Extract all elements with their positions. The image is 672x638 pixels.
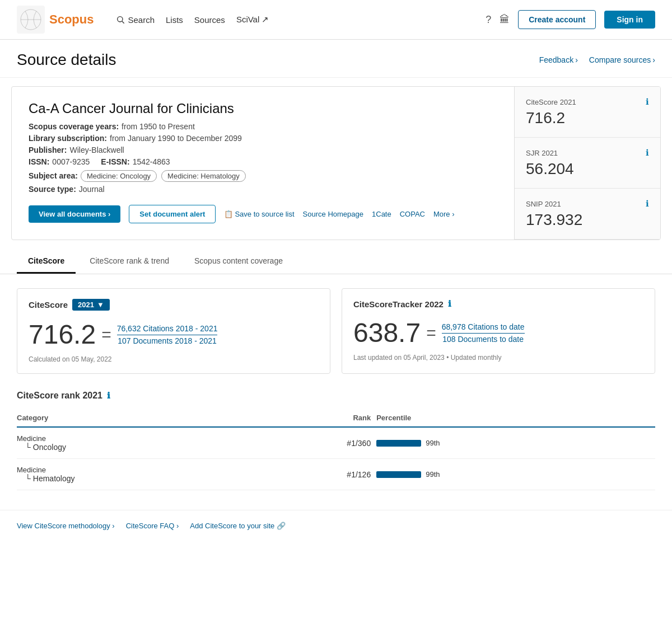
institution-icon[interactable]: 🏛 [500,14,510,26]
citescore-content: CiteScore 2021 ▼ 716.2 = 76,632 Citation… [0,274,672,504]
issn-label: ISSN: [29,157,49,166]
tracker-panel: CiteScoreTracker 2022 ℹ 638.7 = 68,978 C… [342,288,655,374]
save-to-list-link[interactable]: 📋 Save to source list [224,210,294,218]
citescore-value: 716.2 [526,109,649,127]
cs-note: Calculated on 05 May, 2022 [29,355,319,363]
percentile-cell-0: 99th [376,427,655,459]
tracker-info-icon[interactable]: ℹ [448,299,451,309]
sjr-value: 56.204 [526,160,649,178]
nav-links: Search Lists Sources SciVal ↗ [116,15,474,25]
more-link[interactable]: More › [433,210,455,218]
save-icon: 📋 [224,210,233,218]
create-account-button[interactable]: Create account [518,10,596,29]
set-alert-button[interactable]: Set document alert [129,205,216,223]
logo-text[interactable]: Scopus [49,12,94,27]
methodology-link[interactable]: View CiteScore methodology › [17,522,115,530]
publisher-value: Wiley-Blackwell [69,146,124,154]
subscription-row: Library subscription: from January 1990 … [29,134,497,143]
tracker-big-number: 638.7 [353,317,421,348]
footer-links: View CiteScore methodology › CiteScore F… [0,510,672,541]
table-row: Medicine └ Oncology #1/360 99th [17,427,655,459]
page-title: Source details [17,51,116,69]
cs-equals: = [101,325,111,344]
citescore-info-icon[interactable]: ℹ [646,97,649,107]
tracker-note: Last updated on 05 April, 2023 • Updated… [353,354,643,362]
subject-tag-1: Medicine: Hematology [161,170,246,182]
subject-tag-0: Medicine: Oncology [81,170,157,182]
cs-big-number: 716.2 [29,319,96,350]
nav-lists[interactable]: Lists [166,15,183,25]
issn-row: ISSN: 0007-9235 E-ISSN: 1542-4863 [29,157,497,166]
category-cell-2: Medicine └ Hematology [17,459,228,490]
scopus-logo-icon [17,6,45,34]
cs-year-badge[interactable]: 2021 ▼ [72,299,110,311]
tracker-formula: 638.7 = 68,978 Citations to date 108 Doc… [353,317,643,348]
percentile-bar-1 [376,471,421,478]
tab-rank[interactable]: CiteScore rank & trend [78,248,180,274]
nav-scival[interactable]: SciVal ↗ [236,15,269,25]
issn-value: 0007-9235 [52,157,90,166]
snip-label: SNIP 2021 ℹ [526,199,649,209]
cs-panel-title: CiteScore 2021 ▼ [29,299,319,311]
rank-table: Category Rank Percentile Medicine └ Onco… [17,409,655,490]
help-icon[interactable]: ? [486,14,491,26]
svg-line-4 [122,21,124,24]
rank-info-icon[interactable]: ℹ [107,391,110,401]
header-actions: Feedback › Compare sources › [539,55,655,64]
cs-panels: CiteScore 2021 ▼ 716.2 = 76,632 Citation… [17,288,655,374]
publisher-row: Publisher: Wiley-Blackwell [29,146,497,154]
source-homepage-link[interactable]: Source Homepage [303,210,363,218]
subject-row: Subject area: Medicine: Oncology Medicin… [29,169,497,182]
publisher-label: Publisher: [29,146,67,154]
tabs-section: CiteScore CiteScore rank & trend Scopus … [0,248,672,274]
nav-search[interactable]: Search [116,15,155,25]
tabs: CiteScore CiteScore rank & trend Scopus … [17,248,655,274]
add-citescore-link[interactable]: Add CiteScore to your site 🔗 [190,522,286,530]
col-category: Category [17,409,228,427]
category-cell: Medicine └ Oncology [17,427,228,459]
faq-link[interactable]: CiteScore FAQ › [126,522,179,530]
cs-fraction: 76,632 Citations 2018 - 2021 107 Documen… [117,324,218,345]
sjr-info-icon[interactable]: ℹ [646,148,649,158]
tab-coverage[interactable]: Scopus content coverage [183,248,294,274]
subscription-label: Library subscription: [29,134,107,143]
snip-info-icon[interactable]: ℹ [646,199,649,209]
tracker-numerator: 68,978 Citations to date [442,322,525,334]
svg-point-3 [118,17,123,22]
tab-citescore[interactable]: CiteScore [17,248,76,274]
percentile-bar-0 [376,440,421,447]
col-rank: Rank [228,409,376,427]
copac-link[interactable]: COPAC [400,210,425,218]
source-info: Ca-A Cancer Journal for Clinicians Scopu… [12,87,515,240]
cs-formula: 716.2 = 76,632 Citations 2018 - 2021 107… [29,319,319,350]
type-row: Source type: Journal [29,185,497,194]
main-content: Ca-A Cancer Journal for Clinicians Scopu… [12,87,660,240]
tracker-fraction: 68,978 Citations to date 108 Documents t… [442,322,525,344]
percentile-text-0: 99th [426,439,440,447]
col-percentile: Percentile [376,409,655,427]
cs-numerator: 76,632 Citations 2018 - 2021 [117,324,218,335]
coverage-row: Scopus coverage years: from 1950 to Pres… [29,122,497,131]
percentile-text-1: 99th [426,470,440,478]
cs-denominator: 107 Documents 2018 - 2021 [118,336,217,345]
signin-button[interactable]: Sign in [604,11,655,29]
rank-cell-0: #1/360 [228,427,376,459]
nav-sources[interactable]: Sources [194,15,225,25]
chevron-right-icon-2: › [652,55,655,64]
action-buttons: View all documents › Set document alert … [29,205,497,223]
subject-tags: Medicine: Oncology Medicine: Hematology [81,170,246,182]
header: Scopus Search Lists Sources SciVal ↗ ? 🏛… [0,0,672,40]
compare-sources-link[interactable]: Compare sources › [589,55,655,64]
icate-link[interactable]: 1Cate [372,210,391,218]
citescore-panel: CiteScore 2021 ▼ 716.2 = 76,632 Citation… [17,288,330,374]
dropdown-icon: ▼ [97,301,104,309]
percentile-cell-1: 99th [376,459,655,490]
type-value: Journal [79,185,105,194]
tracker-equals: = [426,323,436,343]
view-all-docs-button[interactable]: View all documents › [29,205,120,223]
coverage-label: Scopus coverage years: [29,122,119,131]
tracker-denominator: 108 Documents to date [442,335,524,344]
feedback-link[interactable]: Feedback › [539,55,578,64]
table-row: Medicine └ Hematology #1/126 99th [17,459,655,490]
subscription-value: from January 1990 to December 2099 [110,134,242,143]
